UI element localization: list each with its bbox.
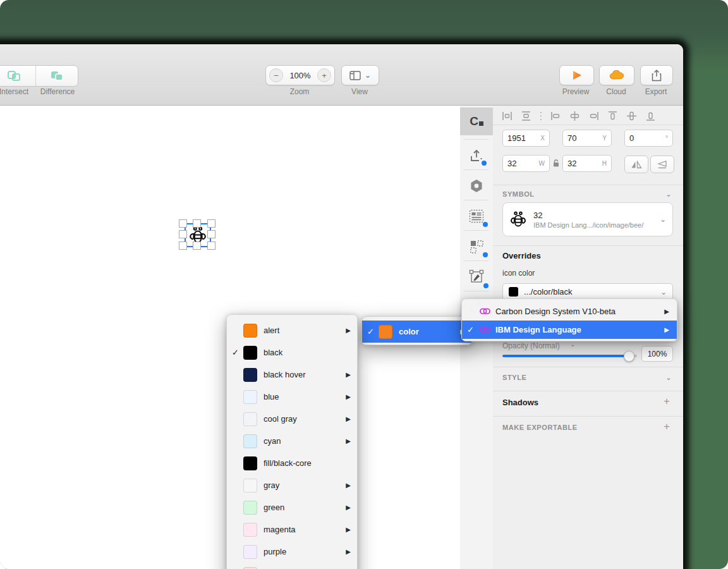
- color-swatch: [379, 325, 392, 339]
- override-category-menu: ✓color▶: [361, 316, 472, 345]
- menu-item-gray[interactable]: gray▶: [227, 474, 357, 496]
- opacity-slider-thumb[interactable]: [624, 351, 634, 362]
- export-button[interactable]: [640, 65, 673, 85]
- color-swatch: [243, 390, 257, 404]
- symbol-path: IBM Design Lang.../icon/image/bee/: [533, 221, 660, 229]
- symbol-selector[interactable]: 32 IBM Design Lang.../icon/image/bee/ ⌄: [502, 202, 673, 236]
- submenu-arrow-icon: ▶: [346, 437, 351, 444]
- x-position-field[interactable]: 1951X: [502, 130, 550, 147]
- preview-label: Preview: [562, 87, 590, 96]
- opacity-slider[interactable]: [502, 355, 637, 357]
- layout-cards-tab[interactable]: [460, 202, 493, 230]
- menu-item-alert[interactable]: alert▶: [227, 319, 357, 341]
- add-shadow-button[interactable]: +: [664, 395, 670, 408]
- flip-vertical-icon: [657, 160, 667, 169]
- submenu-arrow-icon: ▶: [346, 327, 351, 334]
- export-label: Export: [645, 87, 667, 96]
- settings-tab[interactable]: [460, 172, 493, 200]
- menu-item-label: blue: [264, 392, 346, 401]
- align-center-horizontal-icon[interactable]: [569, 111, 580, 121]
- style-collapse-chevron-icon[interactable]: ⌄: [665, 373, 672, 382]
- carbon-plugin-tab[interactable]: C: [460, 107, 493, 135]
- resize-handle[interactable]: [179, 242, 187, 250]
- menu-item-cyan[interactable]: cyan▶: [227, 430, 357, 452]
- vector-pen-icon: [469, 269, 484, 284]
- menu-item-magenta[interactable]: magenta▶: [227, 518, 357, 541]
- menu-item-label: gray: [264, 480, 346, 490]
- lock-ratio-icon[interactable]: [552, 159, 560, 168]
- toolbar: Intersect Difference − 100% + Zoom ⌄ Vie…: [0, 44, 683, 106]
- opacity-label: Opacity (Normal): [502, 341, 560, 350]
- resize-handle[interactable]: [207, 242, 215, 250]
- align-bottom-icon[interactable]: [645, 111, 656, 121]
- menu-item-partial[interactable]: [227, 563, 357, 569]
- menu-item-color[interactable]: ✓color▶: [362, 321, 471, 343]
- menu-item-fill/black-core[interactable]: fill/black-core: [227, 452, 357, 474]
- view-button[interactable]: ⌄: [341, 65, 379, 85]
- cloud-button[interactable]: [599, 65, 634, 85]
- alignment-separator-dots-icon: [540, 111, 542, 121]
- library-menu-item[interactable]: ✓IBM Design Language▶: [462, 321, 677, 339]
- align-top-icon[interactable]: [607, 111, 618, 121]
- blend-mode-chevron-icon[interactable]: ⌄: [570, 341, 575, 348]
- zoom-level-value: 100%: [283, 71, 317, 80]
- swap-symbols-tab[interactable]: [460, 233, 493, 260]
- resize-handle[interactable]: [193, 242, 201, 250]
- menu-item-green[interactable]: green▶: [227, 496, 357, 518]
- menu-item-label: black: [264, 348, 351, 357]
- share-artboard-tab[interactable]: [460, 142, 493, 169]
- menu-item-blue[interactable]: blue▶: [227, 386, 357, 408]
- difference-button[interactable]: [36, 66, 78, 86]
- distribute-horizontal-icon[interactable]: [502, 111, 513, 121]
- view-label: View: [351, 87, 368, 96]
- preview-button[interactable]: [559, 65, 594, 85]
- rotation-field[interactable]: 0°: [624, 130, 673, 147]
- width-field[interactable]: 32W: [502, 155, 550, 172]
- export-share-icon: [651, 69, 662, 82]
- menu-item-black hover[interactable]: black hover▶: [227, 364, 357, 386]
- align-left-icon[interactable]: [550, 111, 561, 121]
- resize-handle[interactable]: [193, 219, 201, 228]
- submenu-arrow-icon: ▶: [346, 415, 351, 422]
- align-middle-icon[interactable]: [626, 111, 637, 121]
- swap-squares-icon: [470, 240, 484, 254]
- selected-symbol[interactable]: [179, 219, 214, 248]
- resize-handle[interactable]: [207, 230, 215, 238]
- resize-handle[interactable]: [179, 230, 187, 238]
- zoom-in-button[interactable]: +: [317, 68, 331, 82]
- symbol-name: 32: [533, 211, 660, 220]
- intersect-label: Intersect: [0, 87, 28, 96]
- library-chain-icon: [480, 306, 490, 317]
- flip-horizontal-button[interactable]: [624, 156, 648, 173]
- icon-color-override-dropdown[interactable]: .../color/black ⌄: [502, 283, 673, 300]
- intersect-button[interactable]: [0, 66, 36, 86]
- flip-horizontal-icon: [631, 161, 642, 169]
- menu-item-label: black hover: [264, 370, 346, 379]
- difference-label: Difference: [40, 87, 75, 96]
- color-swatch: [243, 501, 257, 515]
- menu-item-black[interactable]: ✓black: [227, 341, 357, 364]
- menu-item-cool gray[interactable]: cool gray▶: [227, 408, 357, 430]
- submenu-arrow-icon: ▶: [664, 308, 669, 315]
- y-position-field[interactable]: 70Y: [562, 130, 612, 147]
- make-exportable-button[interactable]: +: [664, 420, 670, 433]
- symbol-collapse-chevron-icon[interactable]: ⌄: [665, 190, 672, 199]
- opacity-value-field[interactable]: 100%: [641, 346, 673, 362]
- zoom-out-button[interactable]: −: [269, 68, 283, 82]
- align-right-icon[interactable]: [588, 111, 599, 121]
- check-icon: ✓: [232, 348, 243, 357]
- height-field[interactable]: 32H: [562, 155, 612, 172]
- distribute-vertical-icon[interactable]: [521, 111, 531, 121]
- menu-item-purple[interactable]: purple▶: [227, 541, 357, 563]
- card-layout-icon: [469, 209, 484, 223]
- color-swatch: [243, 434, 257, 448]
- color-token-menu: alert▶✓blackblack hover▶blue▶cool gray▶c…: [226, 314, 358, 569]
- flip-vertical-button[interactable]: [650, 156, 674, 173]
- resize-handle[interactable]: [207, 219, 215, 228]
- vector-edit-tab[interactable]: [460, 263, 493, 291]
- library-menu-item-label: IBM Design Language: [495, 325, 664, 334]
- library-menu-item[interactable]: Carbon Design System V10-beta▶: [462, 302, 677, 321]
- menu-item-label: green: [264, 503, 346, 512]
- color-swatch: [243, 368, 257, 382]
- resize-handle[interactable]: [179, 219, 187, 228]
